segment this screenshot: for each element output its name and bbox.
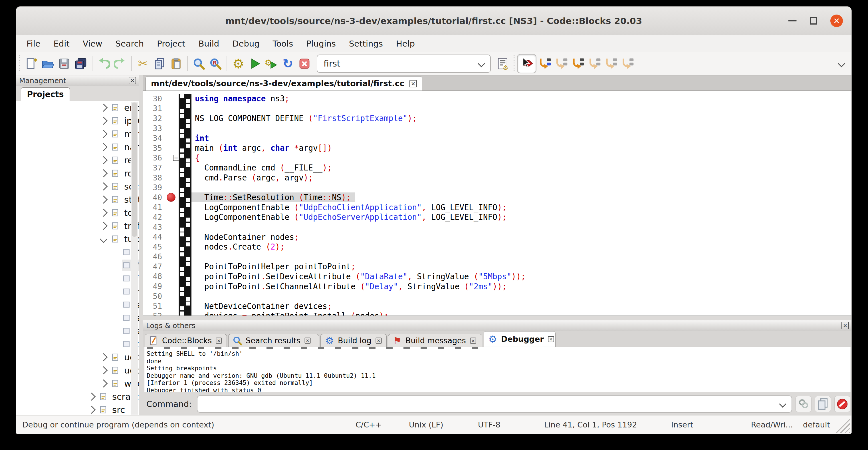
code-line[interactable]: 38 cmd.Parse (argc, argv); — [143, 173, 852, 183]
breakpoint-margin[interactable] — [165, 173, 179, 183]
breakpoint-margin[interactable] — [165, 222, 179, 232]
no-chevron[interactable] — [113, 302, 118, 307]
attach-button[interactable] — [796, 396, 811, 412]
tree-item-nam[interactable]: nam — [16, 141, 139, 154]
chevron-expanded-icon[interactable] — [100, 235, 107, 243]
chevron-collapsed-icon[interactable] — [100, 156, 107, 164]
no-chevron[interactable] — [113, 276, 118, 281]
breakpoint-margin[interactable] — [165, 123, 179, 133]
chevron-collapsed-icon[interactable] — [100, 366, 107, 374]
next-instruction-button[interactable] — [602, 55, 619, 72]
find-button[interactable] — [191, 55, 207, 72]
breakpoint-margin[interactable] — [165, 103, 179, 114]
chevron-collapsed-icon[interactable] — [100, 380, 107, 387]
code-line[interactable]: 37 CommandLine cmd (__FILE__); — [143, 163, 852, 173]
tree-item-wire[interactable]: wire — [16, 377, 139, 390]
chevron-collapsed-icon[interactable] — [100, 222, 107, 230]
tree-item-reall[interactable]: reall — [16, 154, 139, 167]
code-line[interactable]: 51 NetDeviceContainer devices; — [143, 301, 852, 311]
open-file-button[interactable] — [39, 55, 56, 72]
tree-item-se[interactable]: se — [16, 298, 139, 311]
breakpoint-margin[interactable] — [165, 133, 179, 143]
replace-button[interactable]: R — [207, 55, 224, 72]
rebuild-button[interactable]: ↻ — [280, 55, 296, 72]
tree-scrollbar[interactable] — [131, 102, 138, 415]
tree-item-th[interactable]: th — [16, 337, 139, 351]
breakpoint-margin[interactable] — [165, 291, 179, 301]
tree-item-fir[interactable]: fir — [16, 259, 139, 272]
close-icon[interactable]: ✕ — [841, 322, 849, 329]
log-tab-search-results[interactable]: Search results✕ — [228, 334, 319, 347]
breakpoint-margin[interactable] — [165, 262, 179, 272]
code-line[interactable]: 43 — [143, 222, 852, 232]
chevron-collapsed-icon[interactable] — [88, 406, 96, 414]
close-icon[interactable]: ✕ — [470, 337, 476, 343]
breakpoint-margin[interactable] — [165, 232, 179, 242]
close-icon[interactable]: ✕ — [409, 80, 417, 87]
breakpoint-margin[interactable] — [165, 281, 179, 291]
code-line[interactable]: 46 — [143, 252, 852, 262]
code-line[interactable]: 35main (int argc, char *argv[]) — [143, 143, 852, 153]
log-tab-build-log[interactable]: ⚙Build log✕ — [320, 334, 386, 347]
code-line[interactable]: 42 LogComponentEnable ("UdpEchoServerApp… — [143, 212, 852, 222]
breakpoint-margin[interactable] — [165, 203, 179, 212]
tree-item-traff[interactable]: traff — [16, 219, 139, 233]
search-combobox[interactable] — [317, 55, 491, 73]
tree-item-erro[interactable]: erro — [16, 101, 139, 114]
log-tab-debugger[interactable]: ⚙Debugger✕ — [484, 331, 556, 347]
chevron-collapsed-icon[interactable] — [100, 353, 107, 361]
tree-item-tcp[interactable]: tcp — [16, 206, 139, 219]
step-into-button[interactable] — [569, 55, 586, 72]
run-button[interactable] — [247, 55, 263, 72]
tree-item-scratch[interactable]: scratch — [16, 390, 139, 403]
step-into-instruction-button[interactable] — [619, 55, 636, 72]
breakpoint-margin[interactable] — [165, 143, 179, 153]
code-line[interactable]: 39 — [143, 182, 852, 192]
editor-tab-first-cc[interactable]: mnt/dev/tools/source/ns-3-dev/examples/t… — [146, 76, 422, 91]
breakpoint-margin[interactable] — [165, 192, 179, 203]
close-icon[interactable]: ✕ — [216, 337, 222, 343]
tree-item-tuto[interactable]: tuto — [16, 233, 139, 245]
log-tab-build-messages[interactable]: ⚑Build messages✕ — [388, 334, 482, 347]
code-line[interactable]: 40 Time::SetResolution (Time::NS); — [143, 192, 852, 203]
tree-item-fo[interactable]: fo — [16, 272, 139, 285]
close-icon[interactable]: ✕ — [548, 336, 554, 342]
no-chevron[interactable] — [113, 289, 118, 294]
build-button[interactable]: ⚙ — [230, 55, 247, 72]
tree-item-sock[interactable]: sock — [16, 180, 139, 193]
search-options-button[interactable]: ⚙ — [495, 55, 511, 72]
no-chevron[interactable] — [113, 263, 118, 268]
resize-grip-icon[interactable] — [834, 417, 850, 433]
chevron-collapsed-icon[interactable] — [88, 393, 96, 400]
breakpoint-margin[interactable] — [165, 311, 179, 316]
build-and-run-button[interactable]: ⚙ — [263, 55, 280, 72]
breakpoint-margin[interactable]: − — [165, 153, 179, 163]
tree-item-six[interactable]: six — [16, 324, 139, 337]
no-chevron[interactable] — [113, 342, 118, 347]
no-chevron[interactable] — [113, 329, 118, 333]
chevron-collapsed-icon[interactable] — [100, 196, 107, 204]
toolbar-drag-handle[interactable] — [18, 55, 22, 72]
menu-edit[interactable]: Edit — [47, 39, 76, 49]
chevron-collapsed-icon[interactable] — [100, 169, 107, 177]
next-line-button[interactable] — [536, 55, 553, 72]
code-line[interactable]: 48 pointToPoint.SetDeviceAttribute ("Dat… — [143, 272, 852, 281]
tree-item-mat[interactable]: mat — [16, 127, 139, 141]
code-line[interactable]: 30using namespace ns3; — [143, 94, 852, 103]
chevron-down-icon[interactable] — [779, 400, 786, 408]
tab-projects[interactable]: Projects — [21, 87, 70, 101]
no-chevron[interactable] — [113, 250, 118, 255]
chevron-collapsed-icon[interactable] — [100, 117, 107, 125]
breakpoint-margin[interactable] — [165, 272, 179, 281]
copy-button[interactable] — [151, 55, 168, 72]
code-line[interactable]: 50 — [143, 291, 852, 301]
tree-item-ipv6[interactable]: ipv6 — [16, 114, 139, 127]
copy-log-button[interactable] — [815, 396, 831, 412]
debug-toolbar-drag-handle[interactable] — [513, 55, 516, 72]
menu-search[interactable]: Search — [109, 39, 151, 49]
breakpoint-margin[interactable] — [165, 94, 179, 103]
tree-item-fif[interactable]: fif — [16, 245, 139, 259]
run-to-cursor-button[interactable] — [553, 55, 569, 72]
menu-debug[interactable]: Debug — [226, 39, 266, 49]
close-icon[interactable]: ✕ — [305, 337, 310, 343]
